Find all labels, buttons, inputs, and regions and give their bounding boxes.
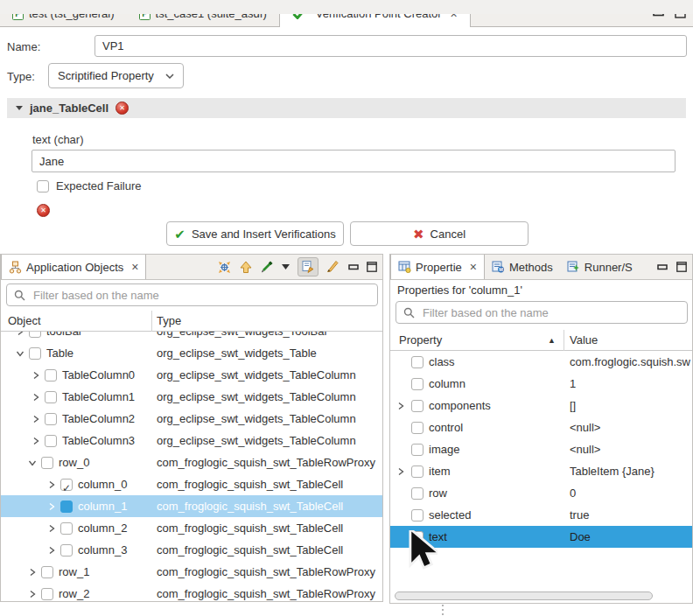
row-checkbox[interactable] (411, 356, 424, 368)
sort-ascending-icon[interactable]: ▲ (548, 330, 556, 351)
row-checkbox[interactable] (45, 435, 57, 447)
tree-label: row_0 (59, 452, 89, 473)
tree-label: toolBar (46, 332, 82, 342)
row-checkbox[interactable] (411, 466, 424, 478)
row-checkbox[interactable] (60, 544, 73, 556)
text-char-label: text (char) (32, 133, 84, 146)
tree-row-table[interactable]: Table org_eclipse_swt_widgets_Table (1, 342, 382, 364)
name-input[interactable] (94, 35, 687, 57)
row-checkbox[interactable] (411, 422, 424, 434)
objects-filter-input[interactable] (32, 288, 370, 303)
row-checkbox[interactable] (411, 444, 424, 456)
row-checkbox[interactable] (45, 391, 57, 403)
row-checkbox[interactable] (411, 487, 424, 500)
expected-failure-checkbox[interactable] (37, 180, 49, 192)
properties-filter[interactable] (396, 301, 688, 324)
row-checkbox[interactable] (41, 457, 53, 469)
maximize-icon[interactable] (367, 262, 377, 272)
tree-row-tablecolumn1[interactable]: TableColumn1 org_eclipse_swt_widgets_Tab… (1, 386, 382, 408)
tree-label: Table (46, 342, 74, 364)
objects-table-header[interactable]: Object Type (1, 311, 382, 332)
sash-handle[interactable] (442, 605, 444, 615)
property-row-class[interactable]: class com.froglogic.squish.sw (390, 351, 692, 373)
row-checkbox[interactable] (41, 588, 53, 600)
tree-type: org_eclipse_swt_widgets_Table (157, 342, 317, 364)
minimize-icon[interactable] (657, 264, 668, 270)
tab-application-objects[interactable]: Application Objects × (1, 255, 146, 279)
tab-label: Application Objects (26, 261, 123, 274)
tree-row-column2[interactable]: column_2 com_froglogic_squish_swt_TableC… (1, 517, 382, 539)
objects-filter[interactable] (6, 284, 378, 306)
row-checkbox[interactable] (60, 522, 73, 535)
highlight-object-toggle[interactable] (298, 257, 318, 276)
expected-failure-row[interactable]: Expected Failure (37, 179, 142, 192)
error-icon: ✕ (37, 204, 50, 217)
property-row-text-selected[interactable]: text Doe (390, 526, 692, 548)
value-column-header[interactable]: Value (570, 330, 598, 351)
tree-row-tablecolumn3[interactable]: TableColumn3 org_eclipse_swt_widgets_Tab… (1, 430, 382, 452)
tree-row-row1[interactable]: row_1 com_froglogic_squish_swt_TableRowP… (1, 561, 382, 583)
tree-row-column0[interactable]: column_0 com_froglogic_squish_swt_TableC… (1, 473, 382, 495)
property-row-item[interactable]: item TableItem {Jane} (390, 460, 692, 482)
property-row-row[interactable]: row 0 (390, 482, 692, 504)
row-checkbox[interactable] (411, 531, 424, 543)
property-row-selected[interactable]: selected true (390, 504, 692, 526)
row-checkbox[interactable] (411, 400, 424, 412)
row-checkbox[interactable] (60, 500, 73, 513)
section-collapse-icon[interactable] (16, 106, 23, 110)
horizontal-scrollbar[interactable] (395, 592, 653, 600)
row-checkbox[interactable] (41, 566, 53, 578)
cancel-button[interactable]: ✖ Cancel (350, 221, 528, 246)
tree-label: row_1 (59, 561, 89, 583)
property-row-column[interactable]: column 1 (390, 373, 692, 395)
type-dropdown[interactable]: Scriptified Property (48, 63, 184, 88)
minimize-icon[interactable] (348, 264, 359, 270)
locate-object-icon[interactable] (217, 260, 232, 275)
move-up-icon[interactable] (240, 261, 252, 274)
row-checkbox[interactable] (45, 369, 57, 382)
object-column-header[interactable]: Object (8, 311, 41, 332)
tab-close-icon[interactable]: × (470, 260, 477, 274)
tree-row-row2[interactable]: row_2 com_froglogic_squish_swt_TableRowP… (1, 583, 382, 601)
save-and-insert-button[interactable]: ✔ Save and Insert Verifications (166, 221, 344, 246)
tab-properties[interactable]: Propertie × (390, 255, 485, 279)
property-column-header[interactable]: Property (399, 330, 442, 351)
property-row-image[interactable]: image <null> (390, 438, 692, 460)
edit-pencil-icon[interactable] (326, 260, 340, 274)
row-checkbox[interactable] (411, 509, 424, 522)
tree-row-tablecolumn2[interactable]: TableColumn2 org_eclipse_swt_widgets_Tab… (1, 408, 382, 430)
tree-label: column_3 (78, 539, 127, 561)
column-divider[interactable] (151, 311, 152, 332)
row-checkbox[interactable] (411, 378, 424, 390)
tree-row-row0[interactable]: row_0 com_froglogic_squish_swt_TableRowP… (1, 452, 382, 473)
row-checkbox[interactable] (29, 332, 41, 338)
tab-methods[interactable]: M Methods (485, 255, 560, 279)
tree-row-toolbar[interactable]: toolBar org_eclipse_swt_widgets_ToolBar (1, 332, 382, 342)
row-checkbox[interactable] (45, 413, 57, 425)
properties-filter-input[interactable] (421, 305, 680, 320)
property-value: 0 (570, 482, 576, 504)
tree-type: org_eclipse_swt_widgets_ToolBar (157, 332, 328, 342)
property-name: selected (429, 504, 471, 526)
tree-row-column1-selected[interactable]: column_1 com_froglogic_squish_swt_TableC… (1, 495, 382, 517)
properties-table-header[interactable]: Property ▲ Value (390, 330, 692, 351)
type-column-header[interactable]: Type (157, 311, 181, 332)
search-icon (14, 290, 25, 301)
tree-row-column3[interactable]: column_3 com_froglogic_squish_swt_TableC… (1, 539, 382, 561)
expected-failure-label: Expected Failure (56, 179, 142, 192)
column-divider[interactable] (564, 330, 564, 351)
picker-dropdown-icon[interactable] (282, 264, 290, 270)
property-row-control[interactable]: control <null> (390, 416, 692, 438)
object-picker-icon[interactable] (260, 260, 274, 274)
property-value: 1 (570, 373, 576, 395)
type-dropdown-value: Scriptified Property (58, 69, 154, 82)
verification-section-header[interactable]: jane_TableCell ✕ (7, 98, 686, 118)
row-checkbox[interactable] (60, 479, 73, 491)
text-char-input[interactable] (32, 150, 676, 172)
tree-row-tablecolumn0[interactable]: TableColumn0 org_eclipse_swt_widgets_Tab… (1, 364, 382, 386)
row-checkbox[interactable] (29, 347, 41, 360)
maximize-icon[interactable] (676, 262, 687, 272)
tab-runner-server[interactable]: Runner/S (560, 255, 640, 279)
property-row-components[interactable]: components [] (390, 395, 692, 416)
tab-close-icon[interactable]: × (131, 260, 138, 274)
